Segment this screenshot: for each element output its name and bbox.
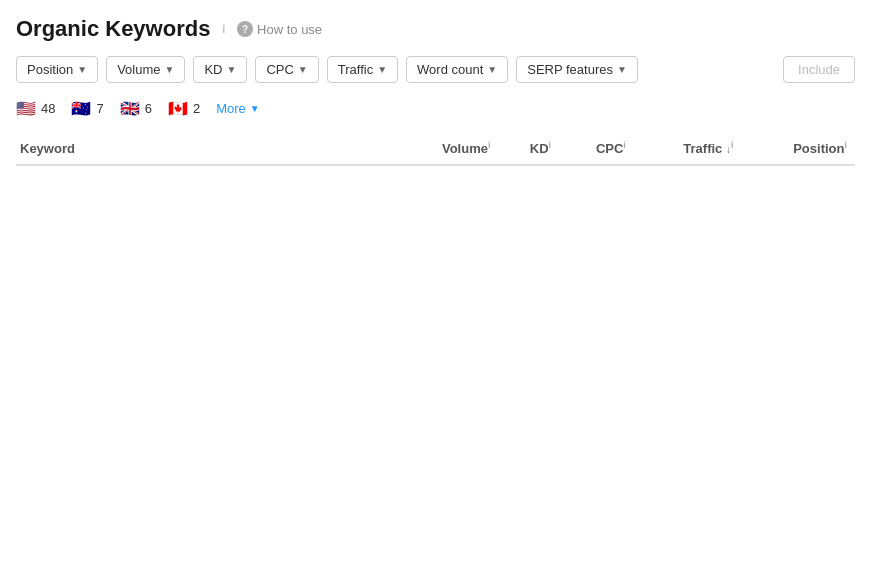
keywords-table-wrapper: Keyword Volumei KDi CPCi Traffic ↓i Posi… [16, 132, 855, 166]
info-icon: i [844, 140, 847, 150]
filter-cpc-label: CPC [266, 62, 293, 77]
chevron-down-icon: ▼ [377, 64, 387, 75]
col-header-keyword: Keyword [16, 132, 394, 165]
country-ca[interactable]: 🇨🇦 2 [168, 99, 200, 118]
chevron-down-icon: ▼ [227, 64, 237, 75]
how-to-use-label: How to use [257, 22, 322, 37]
filter-volume-label: Volume [117, 62, 160, 77]
country-us[interactable]: 🇺🇸 48 [16, 99, 55, 118]
more-countries-button[interactable]: More ▼ [216, 101, 260, 116]
flag-gb: 🇬🇧 [120, 99, 140, 118]
info-icon: i [731, 140, 734, 150]
filter-bar: Position ▼ Volume ▼ KD ▼ CPC ▼ Traffic ▼… [16, 56, 855, 83]
include-button[interactable]: Include [783, 56, 855, 83]
question-icon: ? [237, 21, 253, 37]
chevron-down-icon: ▼ [298, 64, 308, 75]
chevron-down-icon: ▼ [487, 64, 497, 75]
info-icon: i [488, 140, 491, 150]
country-gb[interactable]: 🇬🇧 6 [120, 99, 152, 118]
include-label: Include [798, 62, 840, 77]
col-header-traffic[interactable]: Traffic ↓i [634, 132, 742, 165]
info-icon: i [549, 140, 552, 150]
filter-traffic[interactable]: Traffic ▼ [327, 56, 398, 83]
col-header-kd: KDi [498, 132, 559, 165]
country-ca-count: 2 [193, 101, 200, 116]
filter-position-label: Position [27, 62, 73, 77]
filter-cpc[interactable]: CPC ▼ [255, 56, 318, 83]
col-header-cpc: CPCi [559, 132, 634, 165]
country-au[interactable]: 🇦🇺 7 [71, 99, 103, 118]
chevron-down-icon: ▼ [165, 64, 175, 75]
chevron-down-icon: ▼ [250, 103, 260, 114]
filter-word-count-label: Word count [417, 62, 483, 77]
how-to-use-link[interactable]: ? How to use [237, 21, 322, 37]
page-header: Organic Keywords i ? How to use [16, 16, 855, 42]
info-icon: i [623, 140, 626, 150]
filter-serp-features-label: SERP features [527, 62, 613, 77]
country-us-count: 48 [41, 101, 55, 116]
chevron-down-icon: ▼ [617, 64, 627, 75]
flag-ca: 🇨🇦 [168, 99, 188, 118]
filter-serp-features[interactable]: SERP features ▼ [516, 56, 638, 83]
flag-us: 🇺🇸 [16, 99, 36, 118]
filter-volume[interactable]: Volume ▼ [106, 56, 185, 83]
country-au-count: 7 [96, 101, 103, 116]
col-header-volume: Volumei [394, 132, 499, 165]
country-gb-count: 6 [145, 101, 152, 116]
filter-kd[interactable]: KD ▼ [193, 56, 247, 83]
table-header-row: Keyword Volumei KDi CPCi Traffic ↓i Posi… [16, 132, 855, 165]
flag-au: 🇦🇺 [71, 99, 91, 118]
title-info-icon: i [222, 22, 225, 36]
filter-kd-label: KD [204, 62, 222, 77]
chevron-down-icon: ▼ [77, 64, 87, 75]
page-title: Organic Keywords [16, 16, 210, 42]
col-header-position: Positioni [741, 132, 855, 165]
filter-word-count[interactable]: Word count ▼ [406, 56, 508, 83]
keywords-table: Keyword Volumei KDi CPCi Traffic ↓i Posi… [16, 132, 855, 166]
filter-traffic-label: Traffic [338, 62, 373, 77]
country-filter-row: 🇺🇸 48 🇦🇺 7 🇬🇧 6 🇨🇦 2 More ▼ [16, 99, 855, 118]
filter-position[interactable]: Position ▼ [16, 56, 98, 83]
more-label: More [216, 101, 246, 116]
